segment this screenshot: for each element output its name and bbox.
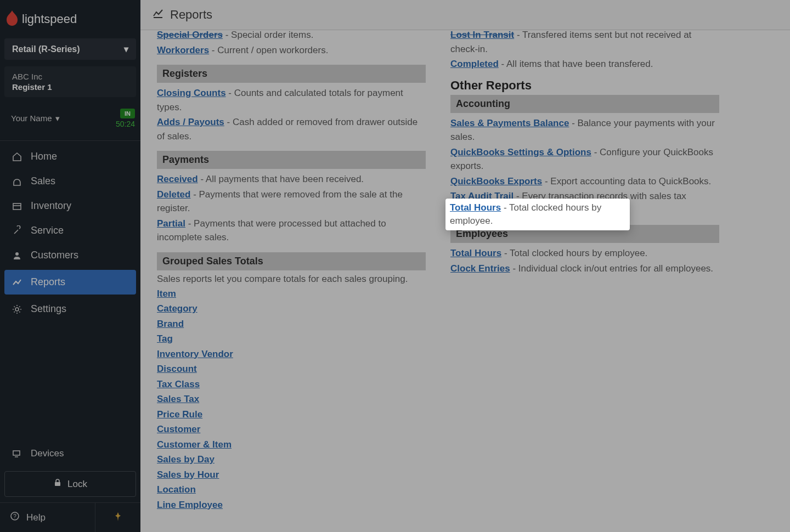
sidebar-item-label: Sales [31, 176, 55, 187]
report-link[interactable]: Lost In Transit [450, 28, 514, 42]
sidebar-item-devices[interactable]: Devices [0, 442, 140, 466]
report-link[interactable]: Sales by Hour [157, 469, 219, 480]
home-icon [11, 151, 23, 162]
report-entry: Clock Entries - Individual clock in/out … [450, 262, 719, 276]
report-entry: Customer [157, 422, 426, 437]
location-box[interactable]: ABC Inc Register 1 [4, 66, 136, 97]
report-link[interactable]: Item [157, 288, 176, 299]
sidebar-item-label: Customers [31, 250, 78, 261]
report-entry: Sales by Day [157, 452, 426, 467]
sidebar-item-label: Devices [31, 448, 64, 459]
report-entry: Special Orders - Special order items. [157, 28, 426, 42]
column-left: Special Orders - Special order items. Wo… [157, 30, 426, 513]
report-link[interactable]: Tag [157, 333, 173, 344]
sidebar-item-reports[interactable]: Reports [4, 270, 136, 295]
lock-button[interactable]: Lock [4, 471, 136, 497]
report-link[interactable]: Completed [450, 59, 499, 69]
report-link[interactable]: Location [157, 484, 196, 495]
report-link[interactable]: Line Employee [157, 500, 223, 510]
product-selector[interactable]: Retail (R-Series) ▾ [4, 38, 136, 60]
svg-point-2 [15, 252, 19, 256]
sidebar: lightspeed Retail (R-Series) ▾ ABC Inc R… [0, 0, 140, 532]
sidebar-item-inventory[interactable]: Inventory [0, 194, 140, 218]
reports-icon [11, 277, 23, 288]
report-entry: Brand [157, 317, 426, 331]
grouped-intro: Sales reports let you compare totals for… [157, 274, 426, 285]
report-link[interactable]: Discount [157, 364, 197, 374]
report-link[interactable]: Sales & Payments Balance [450, 118, 569, 128]
report-entry: Sales Tax [157, 392, 426, 406]
report-link[interactable]: Price Rule [157, 409, 202, 420]
clock-timer: 50:24 [116, 120, 135, 128]
report-link[interactable]: Received [157, 174, 198, 184]
report-link[interactable]: Sales by Day [157, 454, 215, 465]
report-link[interactable]: Special Orders [157, 28, 223, 42]
report-link[interactable]: Workorders [157, 45, 209, 55]
section-grouped: Grouped Sales Totals [157, 252, 426, 270]
sales-icon [11, 176, 23, 187]
sidebar-item-label: Reports [31, 276, 65, 288]
svg-rect-4 [13, 451, 20, 455]
svg-point-3 [15, 308, 19, 311]
report-link[interactable]: Brand [157, 319, 184, 329]
report-link[interactable]: Customer & Item [157, 439, 232, 450]
nav-main: Home Sales Inventory Service Customers [0, 144, 140, 321]
user-menu[interactable]: Your Name ▾ [11, 114, 60, 123]
section-registers: Registers [157, 65, 426, 83]
report-entry: Closing Counts - Counts and calculated t… [157, 86, 426, 114]
report-link[interactable]: Category [157, 303, 198, 314]
report-link[interactable]: Tax Audit Trail [450, 191, 514, 201]
bottom-bar: ? Help [0, 502, 140, 532]
product-selector-label: Retail (R-Series) [12, 44, 80, 54]
user-name: Your Name [11, 114, 52, 123]
report-entry: Workorders - Current / open workorders. [157, 43, 426, 58]
report-link[interactable]: Tax Class [157, 379, 200, 389]
divider [0, 140, 140, 141]
section-accounting: Accounting [450, 95, 719, 113]
report-link[interactable]: Inventory Vendor [157, 349, 233, 359]
report-link[interactable]: Closing Counts [157, 88, 226, 98]
report-link[interactable]: Clock Entries [450, 263, 510, 274]
report-entry: Category [157, 302, 426, 316]
clock-status[interactable]: IN 50:24 [116, 108, 135, 128]
sidebar-item-customers[interactable]: Customers [0, 243, 140, 268]
report-entry: Deleted - Payments that were removed fro… [157, 188, 426, 216]
sidebar-item-home[interactable]: Home [0, 144, 140, 169]
report-entry: QuickBooks Exports - Export accounting d… [450, 174, 719, 189]
sidebar-item-label: Home [31, 151, 57, 162]
report-link[interactable]: Sales Tax [157, 394, 199, 404]
report-link[interactable]: Partial [157, 218, 185, 229]
report-entry: Tax Audit Trail - Every transaction reco… [450, 189, 719, 217]
sidebar-item-sales[interactable]: Sales [0, 169, 140, 194]
report-desc: - Special order items. [223, 30, 313, 40]
reports-icon [153, 8, 163, 21]
other-reports-heading: Other Reports [450, 78, 719, 93]
cutoff-section: Lost In Transit - Transfered items sent … [450, 28, 719, 71]
report-link[interactable]: QuickBooks Settings & Options [450, 147, 591, 157]
lock-label: Lock [67, 479, 87, 490]
report-entry: Line Employee [157, 498, 426, 512]
lock-icon [53, 478, 62, 490]
report-entry: Tax Class [157, 377, 426, 392]
svg-text:?: ? [13, 513, 16, 519]
service-icon [11, 225, 23, 236]
report-link[interactable]: Adds / Payouts [157, 117, 224, 127]
report-entry: Inventory Vendor [157, 347, 426, 361]
report-link[interactable]: Customer [157, 424, 200, 434]
help-button[interactable]: ? Help [0, 503, 95, 532]
report-link[interactable]: QuickBooks Exports [450, 176, 542, 186]
content: Special Orders - Special order items. Wo… [140, 30, 790, 513]
report-desc: - Total clocked hours by employee. [501, 248, 647, 258]
sidebar-item-settings[interactable]: Settings [0, 297, 140, 321]
gear-icon [11, 304, 23, 315]
sidebar-item-service[interactable]: Service [0, 218, 140, 243]
report-link[interactable]: Total Hours [450, 248, 501, 258]
flame-icon [5, 10, 19, 29]
report-entry: Discount [157, 362, 426, 376]
report-entry: Received - All payments that have been r… [157, 172, 426, 186]
column-right: Lost In Transit - Transfered items sent … [450, 30, 719, 513]
pin-button[interactable] [95, 503, 140, 532]
report-desc: - Payments that were removed from the sa… [157, 189, 403, 214]
sidebar-item-label: Service [31, 225, 64, 236]
report-link[interactable]: Deleted [157, 189, 190, 200]
